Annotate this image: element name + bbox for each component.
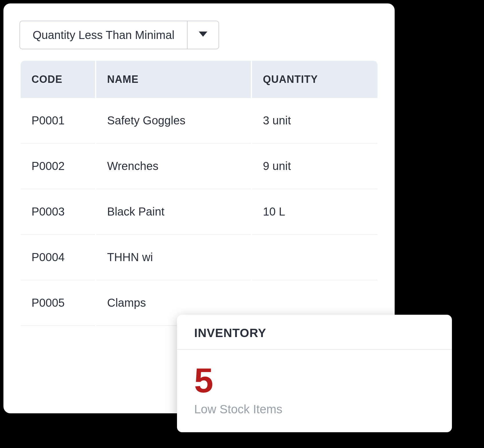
cell-code: P0005 [21, 280, 95, 326]
cell-name: Wrenches [96, 144, 251, 189]
summary-title: INVENTORY [194, 326, 435, 340]
chevron-down-icon [199, 32, 207, 38]
cell-code: P0003 [21, 189, 95, 235]
table-row[interactable]: P0003 Black Paint 10 L [21, 189, 377, 235]
summary-header: INVENTORY [177, 315, 452, 350]
cell-name: Safety Goggles [96, 98, 251, 144]
table-header-quantity[interactable]: QUANTITY [252, 61, 377, 98]
table-header-name[interactable]: NAME [96, 61, 251, 98]
summary-count: 5 [194, 362, 435, 398]
cell-quantity: 9 unit [252, 144, 377, 189]
filter-dropdown-toggle[interactable] [187, 21, 219, 49]
inventory-summary-card[interactable]: INVENTORY 5 Low Stock Items [177, 315, 452, 432]
cell-quantity: 10 L [252, 189, 377, 235]
table-row[interactable]: P0002 Wrenches 9 unit [21, 144, 377, 189]
svg-marker-0 [199, 32, 207, 37]
cell-code: P0001 [21, 98, 95, 144]
cell-name: Black Paint [96, 189, 251, 235]
table-row[interactable]: P0001 Safety Goggles 3 unit [21, 98, 377, 144]
cell-code: P0002 [21, 144, 95, 189]
cell-code: P0004 [21, 235, 95, 280]
summary-subtitle: Low Stock Items [194, 402, 435, 416]
summary-body: 5 Low Stock Items [177, 350, 452, 432]
table-header-code[interactable]: CODE [21, 61, 95, 98]
filter-dropdown-label: Quantity Less Than Minimal [20, 21, 187, 49]
cell-quantity [252, 235, 377, 280]
table-row[interactable]: P0004 THHN wi [21, 235, 377, 280]
filter-dropdown[interactable]: Quantity Less Than Minimal [19, 21, 219, 49]
cell-quantity: 3 unit [252, 98, 377, 144]
table-header-row: CODE NAME QUANTITY [21, 61, 377, 98]
inventory-table: CODE NAME QUANTITY P0001 Safety Goggles … [19, 61, 379, 326]
cell-name: THHN wi [96, 235, 251, 280]
